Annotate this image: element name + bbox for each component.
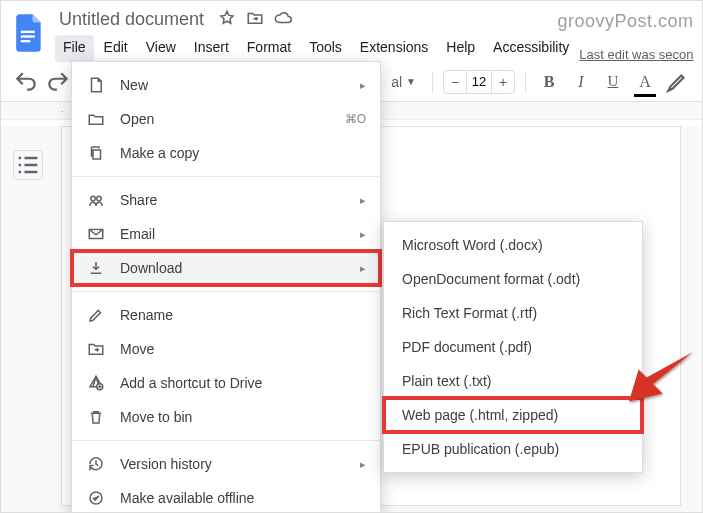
file-download-label: Download: [120, 260, 346, 276]
file-new[interactable]: New ▸: [72, 68, 380, 102]
file-make-copy[interactable]: Make a copy: [72, 136, 380, 170]
download-txt-label: Plain text (.txt): [402, 373, 624, 389]
menu-view[interactable]: View: [138, 35, 184, 62]
submenu-arrow-icon: ▸: [360, 194, 366, 207]
menu-format[interactable]: Format: [239, 35, 299, 62]
redo-button[interactable]: [45, 69, 71, 95]
submenu-arrow-icon: ▸: [360, 262, 366, 275]
file-available-offline[interactable]: Make available offline: [72, 481, 380, 513]
file-new-label: New: [120, 77, 346, 93]
document-title[interactable]: Untitled document: [55, 7, 208, 32]
file-share-label: Share: [120, 192, 346, 208]
download-docx[interactable]: Microsoft Word (.docx): [384, 228, 642, 262]
email-icon: [86, 225, 106, 243]
cloud-status-icon[interactable]: [274, 9, 292, 30]
undo-button[interactable]: [13, 69, 39, 95]
menu-accessibility[interactable]: Accessibility: [485, 35, 577, 62]
file-add-shortcut[interactable]: Add a shortcut to Drive: [72, 366, 380, 400]
file-move-to-bin[interactable]: Move to bin: [72, 400, 380, 434]
download-html-zipped[interactable]: Web page (.html, zipped): [384, 398, 642, 432]
trash-icon: [86, 408, 106, 426]
font-size-increase[interactable]: +: [492, 71, 514, 93]
caret-down-icon: ▼: [406, 76, 416, 87]
file-download[interactable]: Download ▸: [72, 251, 380, 285]
download-submenu-panel: Microsoft Word (.docx) OpenDocument form…: [383, 221, 643, 473]
download-rtf[interactable]: Rich Text Format (.rtf): [384, 296, 642, 330]
highlight-button[interactable]: [664, 69, 690, 95]
file-rename[interactable]: Rename: [72, 298, 380, 332]
menu-extensions[interactable]: Extensions: [352, 35, 436, 62]
bold-button[interactable]: B: [536, 69, 562, 95]
download-txt[interactable]: Plain text (.txt): [384, 364, 642, 398]
submenu-arrow-icon: ▸: [360, 228, 366, 241]
download-rtf-label: Rich Text Format (.rtf): [402, 305, 624, 321]
font-size-decrease[interactable]: −: [444, 71, 466, 93]
svg-point-4: [97, 196, 102, 201]
file-version-label: Version history: [120, 456, 346, 472]
history-icon: [86, 455, 106, 473]
menu-file[interactable]: File: [55, 35, 94, 62]
font-size-stepper[interactable]: − +: [443, 70, 515, 94]
svg-rect-0: [21, 31, 35, 33]
file-email[interactable]: Email ▸: [72, 217, 380, 251]
copy-icon: [86, 144, 106, 162]
rename-icon: [86, 306, 106, 324]
svg-point-3: [91, 196, 96, 201]
menubar: File Edit View Insert Format Tools Exten…: [55, 35, 694, 62]
download-epub[interactable]: EPUB publication (.epub): [384, 432, 642, 466]
menu-insert[interactable]: Insert: [186, 35, 237, 62]
menu-help[interactable]: Help: [438, 35, 483, 62]
file-move[interactable]: Move: [72, 332, 380, 366]
file-open[interactable]: Open ⌘O: [72, 102, 380, 136]
file-open-label: Open: [120, 111, 322, 127]
move-folder-icon[interactable]: [246, 9, 264, 30]
svg-rect-1: [21, 35, 35, 37]
submenu-arrow-icon: ▸: [360, 458, 366, 471]
folder-open-icon: [86, 110, 106, 128]
menu-edit[interactable]: Edit: [96, 35, 136, 62]
watermark-brand: groovyPost.com: [557, 7, 693, 32]
offline-icon: [86, 489, 106, 507]
file-offline-label: Make available offline: [120, 490, 366, 506]
download-docx-label: Microsoft Word (.docx): [402, 237, 624, 253]
download-html-label: Web page (.html, zipped): [402, 407, 624, 423]
outline-toggle[interactable]: [13, 150, 43, 180]
file-email-label: Email: [120, 226, 346, 242]
submenu-arrow-icon: ▸: [360, 79, 366, 92]
last-edit-link[interactable]: Last edit was secon: [579, 35, 693, 62]
file-trash-label: Move to bin: [120, 409, 366, 425]
file-move-label: Move: [120, 341, 366, 357]
annotation-arrow: [621, 341, 701, 414]
font-name-tail: al: [391, 74, 402, 90]
document-icon: [86, 76, 106, 94]
file-share[interactable]: Share ▸: [72, 183, 380, 217]
menu-tools[interactable]: Tools: [301, 35, 350, 62]
text-color-button[interactable]: A: [632, 69, 658, 95]
file-menu-panel: New ▸ Open ⌘O Make a copy Share ▸ Email …: [71, 61, 381, 513]
italic-button[interactable]: I: [568, 69, 594, 95]
font-size-input[interactable]: [466, 71, 492, 93]
download-pdf-label: PDF document (.pdf): [402, 339, 624, 355]
file-make-copy-label: Make a copy: [120, 145, 366, 161]
underline-button[interactable]: U: [600, 69, 626, 95]
file-rename-label: Rename: [120, 307, 366, 323]
file-add-shortcut-label: Add a shortcut to Drive: [120, 375, 366, 391]
file-open-shortcut: ⌘O: [336, 112, 366, 126]
font-picker[interactable]: al ▼: [385, 74, 422, 90]
download-epub-label: EPUB publication (.epub): [402, 441, 624, 457]
drive-shortcut-icon: [86, 374, 106, 392]
download-odt-label: OpenDocument format (.odt): [402, 271, 624, 287]
file-version-history[interactable]: Version history ▸: [72, 447, 380, 481]
move-icon: [86, 340, 106, 358]
share-icon: [86, 191, 106, 209]
download-icon: [86, 259, 106, 277]
download-odt[interactable]: OpenDocument format (.odt): [384, 262, 642, 296]
svg-rect-2: [21, 40, 30, 42]
download-pdf[interactable]: PDF document (.pdf): [384, 330, 642, 364]
star-icon[interactable]: [218, 9, 236, 30]
docs-logo[interactable]: [11, 7, 47, 55]
